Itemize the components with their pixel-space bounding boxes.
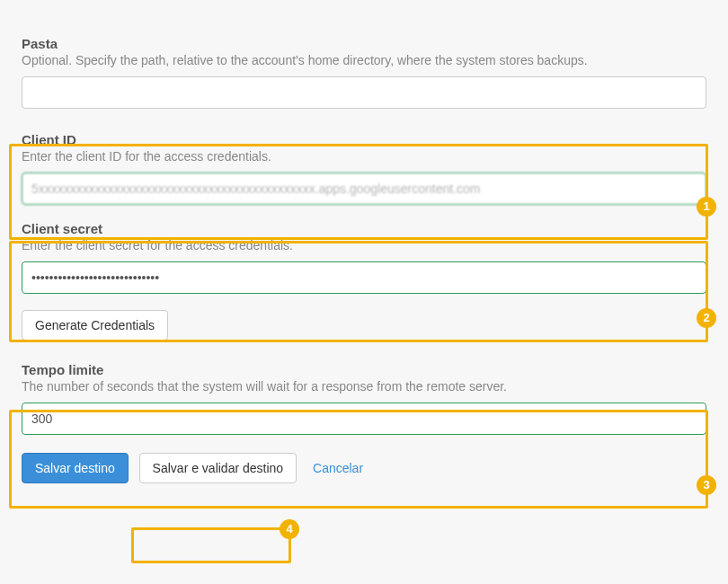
callout-save-validate: 4 [131, 527, 291, 563]
field-client-id: Client ID Enter the client ID for the ac… [22, 132, 706, 205]
generate-credentials-button[interactable]: Generate Credentials [22, 310, 168, 341]
generate-credentials-row: Generate Credentials [22, 310, 706, 341]
backup-destination-form: Pasta Optional. Specify the path, relati… [0, 0, 728, 505]
input-pasta[interactable] [22, 76, 706, 109]
action-row: Salvar destino Salvar e validar destino … [22, 453, 706, 483]
label-timeout: Tempo limite [22, 362, 706, 377]
label-client-id: Client ID [22, 132, 706, 147]
help-pasta: Optional. Specify the path, relative to … [22, 53, 706, 67]
help-client-secret: Enter the client secret for the access c… [22, 238, 706, 252]
save-validate-button[interactable]: Salvar e validar destino [139, 453, 297, 483]
input-timeout[interactable] [22, 403, 706, 435]
save-button[interactable]: Salvar destino [22, 453, 129, 483]
callout-badge-4: 4 [280, 519, 299, 539]
cancel-link[interactable]: Cancelar [313, 453, 363, 483]
field-client-secret: Client secret Enter the client secret fo… [22, 221, 706, 294]
label-pasta: Pasta [22, 36, 706, 51]
label-client-secret: Client secret [22, 221, 706, 236]
field-timeout: Tempo limite The number of seconds that … [22, 362, 706, 435]
field-pasta: Pasta Optional. Specify the path, relati… [22, 36, 706, 109]
input-client-secret[interactable] [22, 261, 706, 294]
help-timeout: The number of seconds that the system wi… [22, 379, 706, 394]
input-client-id[interactable] [22, 173, 706, 205]
help-client-id: Enter the client ID for the access crede… [22, 149, 706, 164]
